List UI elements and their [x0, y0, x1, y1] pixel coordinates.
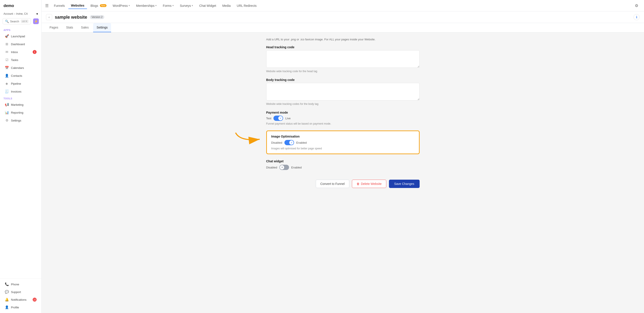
- marketing-icon: 📢: [5, 103, 9, 107]
- head-tracking-section: Head tracking code Website wide tracking…: [266, 45, 420, 73]
- sidebar-item-phone[interactable]: 📞 Phone: [1, 280, 40, 288]
- payment-mode-hint: Funnel payment status will be based on p…: [266, 122, 420, 125]
- sidebar-item-label: Settings: [11, 119, 21, 122]
- topnav-memberships[interactable]: Memberships ▾: [134, 3, 159, 9]
- topnav-websites[interactable]: Websites: [68, 3, 87, 9]
- sidebar-item-launchpad[interactable]: 🚀 Launchpad: [1, 33, 40, 40]
- body-tracking-section: Body tracking code Website wide tracking…: [266, 78, 420, 106]
- checkmark-icon: ✓: [280, 117, 282, 120]
- account-selector[interactable]: Account -- Irvine, CA ▾: [0, 11, 42, 18]
- tab-settings[interactable]: Settings: [93, 23, 111, 32]
- sidebar-item-label: Support: [11, 290, 21, 294]
- app-logo: demo: [0, 0, 42, 11]
- notifications-icon: 🔔: [5, 298, 9, 301]
- sidebar-item-notifications[interactable]: 🔔 Notifications 15: [1, 296, 40, 303]
- account-name: Account -- Irvine, CA: [4, 12, 28, 15]
- sidebar-item-reporting[interactable]: 📊 Reporting: [1, 109, 40, 116]
- apps-section-label: Apps: [0, 27, 42, 32]
- image-optimisation-toggle[interactable]: ✓: [284, 140, 294, 145]
- info-icon: ℹ: [636, 15, 637, 19]
- topnav-url-redirects[interactable]: URL Redirects: [234, 3, 260, 9]
- tab-sales[interactable]: Sales: [78, 23, 92, 32]
- body-tracking-input[interactable]: [266, 83, 420, 101]
- checkmark-icon: ✓: [290, 141, 292, 144]
- head-tracking-hint: Website wide tracking code for the head …: [266, 70, 420, 73]
- chat-widget-label: Chat widget: [266, 159, 420, 163]
- hamburger-icon[interactable]: ☰: [45, 3, 49, 8]
- info-button[interactable]: ℹ: [634, 14, 640, 20]
- sidebar-item-label: Invoices: [11, 90, 22, 93]
- settings-icon: ⚙: [5, 118, 9, 122]
- chat-widget-toggle[interactable]: ✕: [280, 165, 289, 170]
- content-area: Add a URL to your .png or .ico favicon i…: [42, 33, 644, 313]
- topnav-media[interactable]: Media: [220, 3, 233, 9]
- toggle-knob: ✓: [289, 140, 294, 145]
- contacts-icon: 👤: [5, 74, 9, 78]
- calendars-icon: 📅: [5, 66, 9, 70]
- topnav-forms[interactable]: Forms ▾: [160, 3, 176, 9]
- website-title: sample website: [55, 15, 87, 20]
- sidebar-item-label: Reporting: [11, 111, 23, 114]
- toggle-knob: ✕: [280, 165, 284, 170]
- sidebar-item-calendars[interactable]: 📅 Calendars: [1, 64, 40, 72]
- image-optimisation-label: Image Optimisation: [271, 135, 414, 138]
- topnav-funnels[interactable]: Funnels: [51, 3, 68, 9]
- payment-live-label: Live: [285, 117, 290, 120]
- chevron-left-icon: ‹: [49, 15, 50, 19]
- chat-widget-disabled-label: Disabled: [266, 166, 278, 169]
- sidebar-item-label: Marketing: [11, 103, 24, 106]
- website-version-badge: Version 2: [90, 15, 104, 19]
- chevron-down-icon: ▾: [128, 4, 130, 7]
- support-icon: 💬: [5, 290, 9, 294]
- topnav-chat-widget[interactable]: Chat Widget: [196, 3, 219, 9]
- sidebar-item-invoices[interactable]: 🧾 Invoices: [1, 88, 40, 95]
- sidebar-item-label: Inbox: [11, 51, 18, 54]
- page-tabs: Pages Stats Sales Settings: [42, 23, 644, 33]
- sidebar-item-support[interactable]: 💬 Support: [1, 288, 40, 296]
- convert-to-funnel-button[interactable]: Convert to Funnel: [316, 180, 349, 188]
- head-tracking-input[interactable]: [266, 50, 420, 68]
- sidebar-item-settings[interactable]: ⚙ Settings: [1, 117, 40, 124]
- search-shortcut: ctrl K: [21, 20, 28, 23]
- favicon-hint: Add a URL to your .png or .ico favicon i…: [266, 38, 420, 41]
- inbox-icon: ✉: [5, 50, 9, 54]
- invoices-icon: 🧾: [5, 90, 9, 93]
- image-optimisation-section: Image Optimisation Disabled ✓ Enabled Im…: [266, 131, 420, 154]
- x-icon: ✕: [281, 166, 283, 169]
- delete-website-button[interactable]: 🗑 Delete Website: [352, 180, 386, 188]
- sidebar-item-contacts[interactable]: 👤 Contacts: [1, 72, 40, 79]
- search-box[interactable]: 🔍 Search ctrl K: [3, 18, 31, 24]
- topnav-wordpress[interactable]: WordPress ▾: [110, 3, 132, 9]
- trash-icon: 🗑: [356, 182, 360, 186]
- sidebar-item-label: Contacts: [11, 74, 22, 77]
- sidebar-item-pipeline[interactable]: ◈ Pipeline: [1, 80, 40, 87]
- tab-pages[interactable]: Pages: [46, 23, 62, 32]
- sidebar-item-label: Pipeline: [11, 82, 21, 85]
- chat-widget-section: Chat widget Disabled ✕ Enabled: [266, 159, 420, 170]
- website-header: ‹ sample website Version 2 ℹ: [42, 12, 644, 23]
- sidebar-item-label: Phone: [11, 283, 19, 286]
- topnav-blogs[interactable]: Blogs New: [88, 3, 109, 9]
- sidebar-item-inbox[interactable]: ✉ Inbox 1: [1, 48, 40, 56]
- sidebar-bottom: 📞 Phone 💬 Support 🔔 Notifications 15 👤 P…: [0, 278, 42, 313]
- tools-section-label: Tools: [0, 95, 42, 101]
- sidebar-item-profile[interactable]: 👤 Profile: [1, 303, 40, 311]
- action-bar: Convert to Funnel 🗑 Delete Website Save …: [266, 175, 420, 188]
- image-opt-enabled-label: Enabled: [296, 141, 307, 144]
- tasks-icon: ☑: [5, 58, 9, 62]
- sidebar-item-dashboard[interactable]: ⊞ Dashboard: [1, 40, 40, 48]
- save-changes-button[interactable]: Save Changes: [389, 180, 420, 188]
- topnav-surveys[interactable]: Surveys ▾: [177, 3, 196, 9]
- back-button[interactable]: ‹: [46, 14, 52, 20]
- payment-test-label: Test: [266, 117, 272, 120]
- bolt-button[interactable]: ⚡: [33, 19, 39, 24]
- sidebar-item-tasks[interactable]: ☑ Tasks: [1, 56, 40, 64]
- tab-stats[interactable]: Stats: [63, 23, 77, 32]
- image-opt-disabled-label: Disabled: [271, 141, 282, 144]
- sidebar-item-label: Launchpad: [11, 35, 25, 38]
- sidebar-item-marketing[interactable]: 📢 Marketing: [1, 101, 40, 108]
- payment-mode-toggle[interactable]: ✓: [274, 116, 283, 121]
- payment-mode-section: Payment mode Test ✓ Live Funnel payment …: [266, 111, 420, 125]
- phone-icon: 📞: [5, 282, 9, 286]
- gear-button[interactable]: ⚙: [632, 2, 640, 10]
